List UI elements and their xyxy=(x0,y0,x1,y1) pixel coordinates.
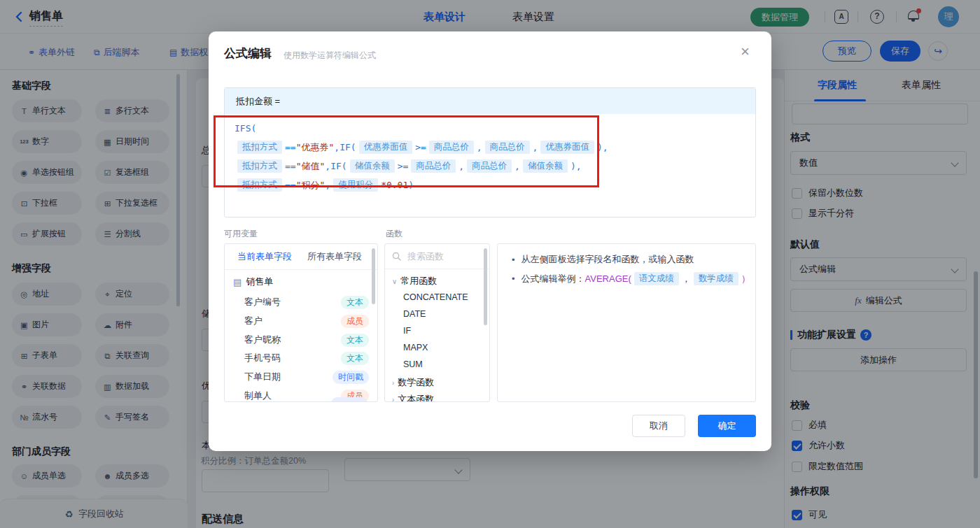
formula-editor-modal: 公式编辑 使用数学运算符编辑公式 × 抵扣金额 = IFS( 抵扣方式=="优惠… xyxy=(209,31,771,451)
segment-field: 优惠券面值 xyxy=(359,141,413,154)
tips-panel: •从左侧面板选择字段名和函数，或输入函数 •公式编辑举例：AVERAGE(语文成… xyxy=(497,243,756,402)
segment-kw: , xyxy=(533,142,538,152)
cancel-button[interactable]: 取消 xyxy=(632,415,685,437)
tab-current-form-fields[interactable]: 当前表单字段 xyxy=(237,250,292,263)
variables-form-node[interactable]: ▤销售单 xyxy=(233,276,273,288)
segment-field: 使用积分 xyxy=(333,178,378,192)
type-badge: 文本 xyxy=(341,352,369,365)
segment-kw: IFS( xyxy=(234,123,256,134)
segment-kw: ) xyxy=(408,180,414,190)
variable-row[interactable]: 客户昵称文本 xyxy=(244,331,370,348)
segment-kw: == xyxy=(285,161,296,171)
segment-kw: , xyxy=(325,180,330,190)
segment-field: 抵扣方式 xyxy=(237,159,282,173)
function-item[interactable]: DATE xyxy=(403,309,426,319)
type-badge: 时间戳 xyxy=(332,371,369,384)
variables-scrollbar[interactable] xyxy=(372,248,375,304)
function-search xyxy=(385,244,489,269)
formula-editor[interactable]: 抵扣金额 = IFS( 抵扣方式=="优惠券",IF(优惠券面值>=商品总价,商… xyxy=(224,87,756,217)
functions-label: 函数 xyxy=(386,228,402,240)
segment-field: 商品总价 xyxy=(411,159,456,173)
formula-line: 抵扣方式=="积分",使用积分*0.01) xyxy=(234,176,746,194)
segment-field: 储值余额 xyxy=(523,159,568,173)
segment-field: 商品总价 xyxy=(485,141,530,154)
function-item[interactable]: IF xyxy=(403,326,411,336)
segment-plain: ， xyxy=(682,273,691,285)
segment-kw: >= xyxy=(398,161,409,171)
function-group-text[interactable]: ›文本函数 xyxy=(392,393,434,402)
segment-kw: == xyxy=(285,142,296,152)
segment-kw: ,IF( xyxy=(334,142,356,152)
function-group-common[interactable]: ∨常用函数 xyxy=(392,275,437,287)
segment-kw: ), xyxy=(597,142,608,152)
formula-target: 抵扣金额 = xyxy=(225,88,755,114)
segment-kw: == xyxy=(285,180,296,190)
segment-fn: ） xyxy=(741,273,750,285)
segment-field: 储值余额 xyxy=(350,159,395,173)
segment-str: "储值" xyxy=(296,160,326,173)
segment-str: "优惠券" xyxy=(296,141,335,154)
function-item[interactable]: SUM xyxy=(403,359,423,369)
segment-plain: 公式编辑举例： xyxy=(522,273,585,285)
variables-label: 可用变量 xyxy=(224,228,258,240)
variable-row[interactable]: 下单日期时间戳 xyxy=(244,369,370,385)
tip-example-line: •公式编辑举例：AVERAGE(语文成绩，数学成绩） xyxy=(512,272,750,285)
segment-fieldt: 数学成绩 xyxy=(694,272,738,285)
form-file-icon: ▤ xyxy=(233,277,241,287)
bullet: • xyxy=(512,273,515,284)
segment-kw: ,IF( xyxy=(325,161,346,171)
segment-fieldt: 语文成绩 xyxy=(634,272,679,285)
segment-field: 商品总价 xyxy=(429,141,474,154)
segment-str: "积分" xyxy=(296,179,326,192)
segment-field: 优惠券面值 xyxy=(540,141,594,154)
modal-subtitle: 使用数学运算符编辑公式 xyxy=(284,50,376,62)
formula-line: IFS( xyxy=(234,119,746,138)
variables-panel: 当前表单字段 所有表单字段 ▤销售单 客户编号文本 客户成员 客户昵称文本 手机… xyxy=(224,243,378,402)
chevron-right-icon: › xyxy=(392,396,394,403)
tip-line: •从左侧面板选择字段名和函数，或输入函数 xyxy=(512,253,694,266)
search-icon xyxy=(392,252,401,261)
segment-kw: , xyxy=(458,161,464,171)
segment-kw: >= xyxy=(415,142,426,152)
segment-kw: , xyxy=(514,161,520,171)
segment-field: 抵扣方式 xyxy=(237,141,282,154)
form-designer-app: 销售单 表单设计 表单设置 数据管理 A ? 理 ⚭表单外链 ⧉后端脚本 ▤数据… xyxy=(0,0,980,528)
variable-row[interactable]: 手机号码文本 xyxy=(244,350,370,366)
function-group-math[interactable]: ›数学函数 xyxy=(392,376,434,389)
segment-kw: ), xyxy=(570,161,582,171)
type-badge: 文本 xyxy=(341,296,369,309)
formula-line: 抵扣方式=="储值",IF(储值余额>=商品总价,商品总价,储值余额), xyxy=(234,157,746,176)
formula-line: 抵扣方式=="优惠券",IF(优惠券面值>=商品总价,商品总价,优惠券面值), xyxy=(234,138,746,157)
confirm-button[interactable]: 确定 xyxy=(698,415,756,437)
modal-title: 公式编辑 xyxy=(224,45,272,62)
segment-fn: AVERAGE( xyxy=(585,273,631,284)
type-badge: 成员 xyxy=(341,315,369,328)
bullet: • xyxy=(512,255,515,265)
formula-body[interactable]: IFS( 抵扣方式=="优惠券",IF(优惠券面值>=商品总价,商品总价,优惠券… xyxy=(225,114,755,199)
variable-row[interactable]: 客户编号文本 xyxy=(244,294,370,311)
chevron-down-icon: ∨ xyxy=(392,278,397,285)
functions-scrollbar[interactable] xyxy=(484,248,487,325)
function-item[interactable]: CONCATENATE xyxy=(403,292,468,302)
variables-tabs: 当前表单字段 所有表单字段 xyxy=(225,244,377,270)
functions-panel: ∨常用函数 CONCATENATE DATE IF MAPX SUM ›数学函数… xyxy=(384,243,490,402)
segment-str: *0.01 xyxy=(381,180,408,190)
type-badge: 文本 xyxy=(341,334,369,347)
clipped-badge xyxy=(331,397,368,402)
segment-field: 商品总价 xyxy=(467,159,512,173)
chevron-right-icon: › xyxy=(392,379,394,387)
tab-all-form-fields[interactable]: 所有表单字段 xyxy=(307,250,362,263)
segment-kw: , xyxy=(477,142,482,152)
search-function-input[interactable] xyxy=(406,250,476,262)
variable-row[interactable]: 客户成员 xyxy=(244,313,370,329)
close-icon[interactable]: × xyxy=(741,43,750,61)
segment-field: 抵扣方式 xyxy=(237,178,282,192)
function-item[interactable]: MAPX xyxy=(403,343,428,352)
